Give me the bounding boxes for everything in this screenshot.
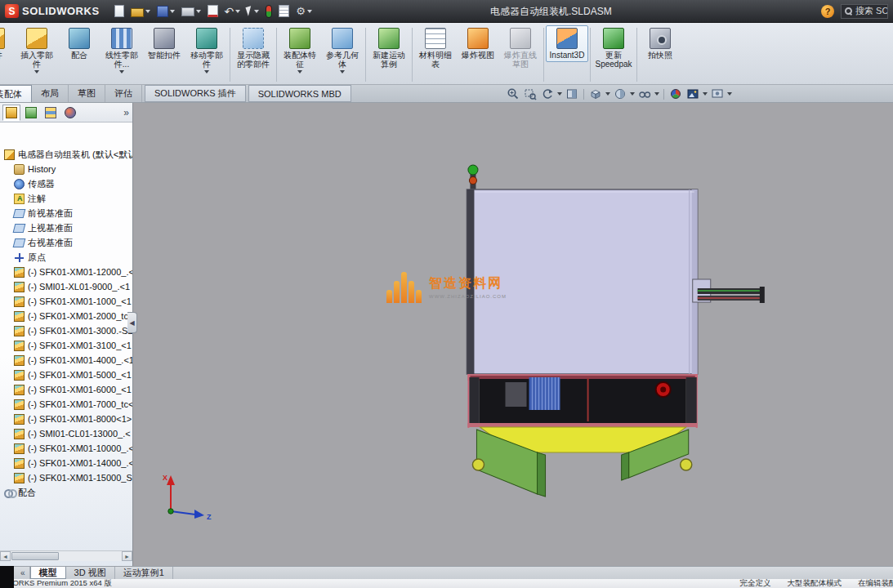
- tree-item-component[interactable]: (-) SFK01-XM01-1000_<1: [2, 294, 132, 309]
- ribbon-button-move-component[interactable]: 移动零部件: [185, 25, 228, 76]
- ribbon-button-mate[interactable]: 配合: [58, 25, 100, 62]
- ribbon-button-exploded-view[interactable]: 爆炸视图: [457, 25, 499, 62]
- ribbon-button-assembly-features[interactable]: 装配体特征: [279, 25, 321, 76]
- doc-tab-3d-views[interactable]: 3D 视图: [66, 567, 115, 579]
- tree-item-component[interactable]: (-) SFK01-XM01-8000<1>: [2, 412, 132, 426]
- tree-item-component[interactable]: (-) SFK01-XM01-12000_.<: [2, 265, 132, 279]
- tree-item-component[interactable]: (-) SFK01-XM01-5000_<1: [2, 368, 132, 382]
- scroll-right-arrow[interactable]: ►: [122, 551, 132, 561]
- ribbon-button-update-speedpak[interactable]: 更新Speedpak: [592, 25, 635, 71]
- tab-scroll-left[interactable]: «: [16, 567, 30, 579]
- tree-horizontal-scrollbar[interactable]: ◄ ►: [0, 550, 132, 561]
- assembly-model[interactable]: [133, 103, 893, 566]
- ribbon-button-take-snapshot[interactable]: 拍快照: [639, 25, 681, 62]
- undo-button[interactable]: ↶: [221, 2, 244, 20]
- previous-view-icon[interactable]: [539, 87, 556, 101]
- tree-item-mates[interactable]: 配合: [2, 485, 132, 500]
- ribbon-button-bill-of-materials[interactable]: 材料明细表: [414, 25, 457, 71]
- tree-item-origin[interactable]: 原点: [2, 250, 132, 265]
- graphics-viewport[interactable]: 智造资料网 WWW.ZHIZAOZILIAO.COM X Z: [133, 103, 893, 566]
- stack-light[interactable]: [468, 165, 478, 191]
- doc-tab-motion-study[interactable]: 运动算例1: [115, 567, 173, 579]
- tab-solidworks-addins[interactable]: SOLIDWORKS 插件: [145, 85, 246, 102]
- tree-root-item[interactable]: 电感器自动组装机 (默认<默认: [2, 147, 132, 162]
- view-orientation-icon[interactable]: [587, 87, 604, 101]
- scrollbar-track[interactable]: [11, 551, 122, 561]
- apply-scene-icon[interactable]: [685, 87, 701, 101]
- spell-check-button[interactable]: [204, 2, 221, 20]
- doc-tab-model[interactable]: 模型: [30, 567, 66, 579]
- select-button[interactable]: [243, 2, 262, 20]
- ribbon-button-edit-component[interactable]: 零件: [0, 25, 16, 67]
- featuremanager-tab[interactable]: [2, 105, 20, 121]
- propertymanager-tab[interactable]: [22, 105, 40, 121]
- tree-item-front-plane[interactable]: 前视基准面: [2, 206, 132, 220]
- tree-item-component[interactable]: (-) SFK01-XM01-6000_<1: [2, 382, 132, 397]
- headsup-view-toolbar: [505, 85, 733, 103]
- tree-item-component[interactable]: (-) SFK01-XM01-14000_.<: [2, 456, 132, 470]
- edit-appearance-icon[interactable]: [668, 87, 684, 101]
- tab-sketch[interactable]: 草图: [69, 85, 105, 102]
- section-view-icon[interactable]: [564, 87, 580, 101]
- tree-item-right-plane[interactable]: 右视基准面: [2, 235, 132, 250]
- tree-item-sensors[interactable]: 传感器: [2, 176, 132, 191]
- tree-item-history[interactable]: History: [2, 162, 132, 176]
- ribbon-button-show-hidden-components[interactable]: 显示隐藏的零部件: [232, 25, 275, 71]
- scroll-left-arrow[interactable]: ◄: [0, 551, 11, 561]
- dropdown-arrow-icon: [170, 10, 175, 13]
- print-button[interactable]: [178, 2, 204, 20]
- view-settings-icon[interactable]: [709, 87, 726, 101]
- tab-evaluate[interactable]: 评估: [105, 85, 142, 102]
- rebuild-icon: [266, 5, 272, 18]
- solidworks-logo-text: SOLIDWORKS: [22, 5, 100, 17]
- hide-show-items-icon[interactable]: [636, 87, 653, 101]
- search-input[interactable]: 搜索 SO: [841, 4, 888, 19]
- ribbon-button-linear-component-pattern[interactable]: 线性零部件...: [100, 25, 143, 76]
- side-rail[interactable]: [693, 279, 765, 303]
- displaymanager-tab[interactable]: [61, 105, 79, 121]
- tree-item-label: (-) SMI01-CL01-13000_.<: [28, 429, 131, 439]
- tree-item-component[interactable]: (-) SFK01-XM01-4000_.<1: [2, 353, 132, 368]
- tree-item-component[interactable]: (-) SFK01-XM01-3000.-SD: [2, 323, 132, 338]
- mate-icon: [69, 28, 90, 49]
- options-button[interactable]: ⚙: [292, 2, 315, 20]
- tab-assembly[interactable]: 装配体: [0, 85, 32, 102]
- ribbon-button-reference-geometry[interactable]: 参考几何体: [321, 25, 364, 76]
- tree-item-component[interactable]: (-) SFK01-XM01-15000_S: [2, 470, 132, 485]
- displaymanager-icon: [65, 107, 76, 118]
- tree-item-component[interactable]: (-) SFK01-XM01-3100_<1: [2, 338, 132, 353]
- tree-item-component[interactable]: (-) SMI01-CL01-13000_.<: [2, 426, 132, 441]
- tab-solidworks-mbd[interactable]: SOLIDWORKS MBD: [248, 85, 351, 102]
- open-button[interactable]: [127, 2, 154, 20]
- ribbon-button-instant3d[interactable]: Instant3D: [546, 25, 588, 62]
- scrollbar-thumb[interactable]: [11, 552, 59, 560]
- ribbon-button-explode-line-sketch[interactable]: 爆炸直线草图: [499, 25, 542, 71]
- panel-expand-chevron[interactable]: »: [123, 107, 129, 118]
- new-document-button[interactable]: [111, 2, 127, 20]
- plane-icon: [13, 209, 26, 218]
- tree-item-top-plane[interactable]: 上视基准面: [2, 220, 132, 235]
- file-properties-button[interactable]: [275, 2, 292, 20]
- vent-grill[interactable]: [529, 377, 560, 410]
- ribbon-button-smart-fasteners[interactable]: 智能扣件: [143, 25, 185, 62]
- tree-item-component[interactable]: (-) SMI01-XL01-9000_.<1: [2, 279, 132, 294]
- panel-collapse-handle[interactable]: ◀: [127, 312, 137, 333]
- ribbon-button-insert-components[interactable]: 插入零部件: [16, 25, 58, 76]
- tree-item-component[interactable]: (-) SFK01-XM01-2000_tc<: [2, 309, 132, 323]
- tree-item-component[interactable]: (-) SFK01-XM01-7000_tc<: [2, 397, 132, 412]
- discharge-chute[interactable]: [472, 427, 691, 497]
- save-button[interactable]: [154, 2, 178, 20]
- tab-layout[interactable]: 布局: [32, 85, 69, 102]
- tree-item-component[interactable]: (-) SFK01-XM01-10000_.<: [2, 441, 132, 456]
- zoom-area-icon[interactable]: [522, 87, 538, 101]
- base-frame[interactable]: [467, 374, 697, 428]
- zoom-fit-icon[interactable]: [505, 87, 521, 101]
- tree-item-label: (-) SFK01-XM01-12000_.<: [28, 267, 132, 277]
- display-style-icon[interactable]: [612, 87, 628, 101]
- tree-item-annotations[interactable]: 注解: [2, 191, 132, 206]
- help-icon[interactable]: ?: [821, 5, 834, 18]
- configurationmanager-tab[interactable]: [42, 105, 60, 121]
- ribbon-button-new-motion-study[interactable]: 新建运动算例: [368, 25, 410, 71]
- ribbon-separator: [365, 28, 366, 82]
- rebuild-button[interactable]: [262, 2, 275, 20]
